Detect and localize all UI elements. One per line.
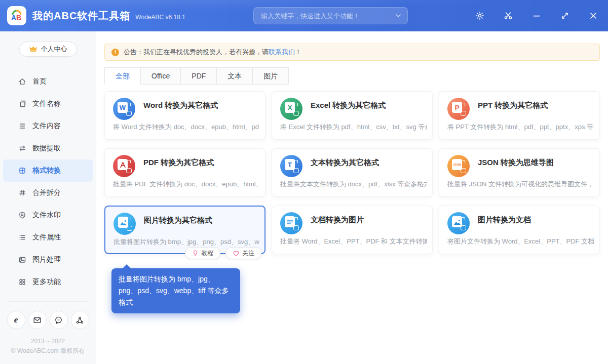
profile-center-button[interactable]: 个人中心 xyxy=(19,42,77,57)
sidebar-item-label: 更多功能 xyxy=(32,277,61,287)
settings-icon[interactable] xyxy=(475,11,484,20)
card-desc: 将图片文件转换为 Word、Excel、PPT、PDF 文档格 xyxy=(447,237,594,246)
image-to-doc-icon xyxy=(447,212,470,234)
sidebar-item-label: 图片处理 xyxy=(32,255,61,264)
sidebar-menu: 首页 文件名称 文件内容 数据提取 格式转 xyxy=(0,70,96,293)
search-input[interactable] xyxy=(254,12,395,20)
card-title: PPT 转换为其它格式 xyxy=(478,101,592,110)
resize-icon[interactable] xyxy=(560,11,569,20)
card-desc: 批量将文本文件转换为 docx、pdf、xlsx 等众多格式 xyxy=(280,180,427,189)
card-hover-actions: 教程 关注 xyxy=(185,247,261,259)
card-desc: 将 Word 文件转换为 doc、docx、epub、html、pd xyxy=(113,123,260,132)
card-json-mindmap[interactable]: JSON JSON 转换为思维导图 批量将 JSON 文件转换为可视化的思维导图… xyxy=(439,148,600,197)
sidebar-item-label: 合并拆分 xyxy=(32,188,61,197)
sidebar-item-label: 首页 xyxy=(32,77,47,86)
window-controls xyxy=(475,0,608,31)
card-title: 图片转换为文档 xyxy=(478,215,592,225)
tab-text[interactable]: 文本 xyxy=(216,67,253,85)
card-title: JSON 转换为思维导图 xyxy=(478,158,592,168)
category-tabs: 全部 Office PDF 文本 图片 xyxy=(104,67,600,85)
feature-card-grid: W Word 转换为其它格式 将 Word 文件转换为 doc、docx、epu… xyxy=(104,91,600,254)
close-icon[interactable] xyxy=(589,11,598,20)
sidebar-item-label: 文件名称 xyxy=(32,99,61,108)
sidebar-item-file-name[interactable]: 文件名称 xyxy=(3,93,93,115)
divider xyxy=(8,64,88,64)
tab-office[interactable]: Office xyxy=(140,67,181,85)
divider xyxy=(8,301,88,302)
minimize-icon[interactable] xyxy=(532,11,541,20)
app-version: WodeABC v6.18.1 xyxy=(135,14,185,21)
contact-us-link[interactable]: 联系我们 xyxy=(269,48,295,56)
sidebar-item-image-process[interactable]: 图片处理 xyxy=(3,249,93,271)
sidebar-item-merge-split[interactable]: 合并拆分 xyxy=(3,182,93,204)
chevron-down-icon[interactable] xyxy=(395,14,401,18)
copyright: 2013 ~ 2022 © WodeABC.com 版权所有 xyxy=(0,337,96,364)
card-word-convert[interactable]: W Word 转换为其它格式 将 Word 文件转换为 doc、docx、epu… xyxy=(104,91,265,140)
card-desc: 批量将 PDF 文件转换为 doc、docx、epub、html、 xyxy=(113,180,260,189)
card-title: Word 转换为其它格式 xyxy=(143,101,258,110)
sidebar-item-label: 数据提取 xyxy=(32,144,61,153)
sidebar-item-file-content[interactable]: 文件内容 xyxy=(3,115,93,137)
excel-convert-icon: X xyxy=(280,98,302,120)
card-ppt-convert[interactable]: P PPT 转换为其它格式 将 PPT 文件转换为 html、pdf、ppt、p… xyxy=(439,91,600,140)
announcement-banner: ! 公告：我们正在寻找优秀的投资人，若有兴趣，请联系我们！ xyxy=(104,44,600,61)
announcement-text: 公告：我们正在寻找优秀的投资人，若有兴趣，请 xyxy=(124,48,269,56)
sidebar-item-label: 文件水印 xyxy=(32,211,61,220)
word-convert-icon: W xyxy=(113,98,135,120)
card-title: 文档转换为图片 xyxy=(311,215,425,225)
sidebar-item-home[interactable]: 首页 xyxy=(3,70,93,93)
title-bar: A B 我的ABC软件工具箱 WodeABC v6.18.1 xyxy=(0,0,608,31)
social-links: e xyxy=(0,311,96,329)
card-excel-convert[interactable]: X Excel 转换为其它格式 将 Excel 文件转换为 pdf、html、c… xyxy=(272,91,433,140)
chat-icon[interactable] xyxy=(50,311,68,329)
sidebar-item-file-props[interactable]: 文件属性 xyxy=(3,226,93,249)
card-pdf-convert[interactable]: PDF 转换为其它格式 批量将 PDF 文件转换为 doc、docx、epub、… xyxy=(104,148,265,197)
card-image-convert[interactable]: 图片转换为其它格式 批量将图片转换为 bmp、jpg、png、psd、svg、w… xyxy=(104,206,265,254)
card-hover-tooltip: 批量将图片转换为 bmp、jpg、png、psd、svg、webp、tiff 等… xyxy=(111,268,240,313)
tab-pdf[interactable]: PDF xyxy=(180,67,217,85)
mail-icon[interactable] xyxy=(28,311,47,329)
sidebar-item-data-extract[interactable]: 数据提取 xyxy=(3,137,93,159)
tab-image[interactable]: 图片 xyxy=(252,67,289,85)
card-text-convert[interactable]: T 文本转换为其它格式 批量将文本文件转换为 docx、pdf、xlsx 等众多… xyxy=(272,148,433,197)
text-convert-icon: T xyxy=(280,155,302,177)
share-icon[interactable] xyxy=(71,311,89,329)
image-convert-icon xyxy=(113,213,136,235)
svg-text:B: B xyxy=(16,14,21,22)
pdf-convert-icon xyxy=(113,155,135,177)
sidebar-item-format-convert[interactable]: 格式转换 xyxy=(3,159,93,182)
profile-center-label: 个人中心 xyxy=(41,45,67,54)
card-desc: 将 Excel 文件转换为 pdf、html、csv、txt、svg 等众 xyxy=(280,123,427,132)
main-content: ! 公告：我们正在寻找优秀的投资人，若有兴趣，请联系我们！ 全部 Office … xyxy=(96,31,608,364)
doc-to-image-icon xyxy=(280,212,302,234)
alert-icon: ! xyxy=(111,49,119,56)
sidebar-item-label: 文件属性 xyxy=(32,233,61,242)
card-desc: 批量将 Word、Excel、PPT、PDF 和 文本文件转换为 xyxy=(280,237,427,246)
card-title: Excel 转换为其它格式 xyxy=(311,101,425,110)
card-desc: 批量将 JSON 文件转换为可视化的思维导图文件，在 xyxy=(447,180,594,189)
ie-browser-icon[interactable]: e xyxy=(7,311,25,329)
json-mindmap-icon: JSON xyxy=(447,155,470,177)
follow-label: 关注 xyxy=(242,249,254,258)
sidebar: 个人中心 首页 文件名称 文件内容 xyxy=(0,31,96,364)
card-title: 图片转换为其它格式 xyxy=(144,216,257,225)
sidebar-item-label: 格式转换 xyxy=(32,166,61,175)
sidebar-item-label: 文件内容 xyxy=(32,122,61,131)
scissors-icon[interactable] xyxy=(504,11,513,20)
card-doc-to-image[interactable]: 文档转换为图片 批量将 Word、Excel、PPT、PDF 和 文本文件转换为 xyxy=(272,206,433,254)
card-desc: 将 PPT 文件转换为 html、pdf、ppt、pptx、xps 等众 xyxy=(447,123,594,132)
svg-text:A: A xyxy=(11,14,16,22)
card-title: 文本转换为其它格式 xyxy=(311,158,425,168)
follow-button[interactable]: 关注 xyxy=(225,247,261,259)
card-title: PDF 转换为其它格式 xyxy=(143,158,258,168)
card-image-to-doc[interactable]: 图片转换为文档 将图片文件转换为 Word、Excel、PPT、PDF 文档格 xyxy=(439,206,600,254)
tab-all[interactable]: 全部 xyxy=(104,67,141,85)
tutorial-button[interactable]: 教程 xyxy=(185,247,220,259)
card-desc: 批量将图片转换为 bmp、jpg、png、psd、svg、w xyxy=(113,237,259,247)
sidebar-item-more-features[interactable]: 更多功能 xyxy=(3,271,93,293)
tooltip-text: 批量将图片转换为 bmp、jpg、png、psd、svg、webp、tiff 等… xyxy=(119,275,229,306)
tutorial-label: 教程 xyxy=(201,249,213,258)
global-search[interactable] xyxy=(253,7,408,24)
sidebar-item-watermark[interactable]: 文件水印 xyxy=(3,204,93,226)
app-title: 我的ABC软件工具箱 xyxy=(32,9,130,23)
